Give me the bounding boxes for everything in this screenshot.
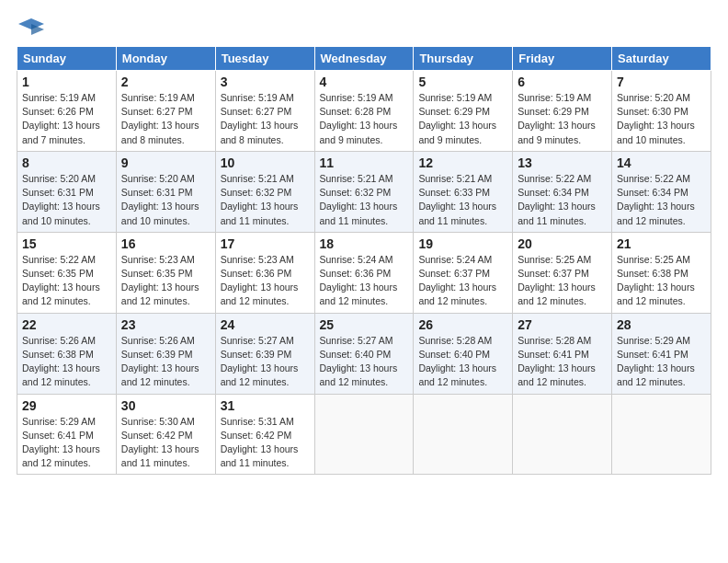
calendar-cell: 17Sunrise: 5:23 AMSunset: 6:36 PMDayligh…: [215, 232, 314, 313]
day-number: 30: [121, 398, 210, 413]
day-info: Sunrise: 5:23 AMSunset: 6:35 PMDaylight:…: [121, 253, 210, 309]
day-number: 23: [121, 317, 210, 332]
calendar-cell: 9Sunrise: 5:20 AMSunset: 6:31 PMDaylight…: [116, 151, 215, 232]
calendar-cell: 25Sunrise: 5:27 AMSunset: 6:40 PMDayligh…: [314, 313, 414, 394]
calendar-cell: 16Sunrise: 5:23 AMSunset: 6:35 PMDayligh…: [116, 232, 215, 313]
calendar-cell: 24Sunrise: 5:27 AMSunset: 6:39 PMDayligh…: [215, 313, 314, 394]
logo: [17, 17, 44, 37]
day-number: 1: [22, 75, 111, 89]
day-number: 5: [418, 75, 507, 89]
day-number: 29: [22, 398, 111, 413]
day-info: Sunrise: 5:29 AMSunset: 6:41 PMDaylight:…: [22, 415, 111, 471]
weekday-header-friday: Friday: [513, 47, 612, 71]
calendar-table: SundayMondayTuesdayWednesdayThursdayFrid…: [17, 46, 711, 475]
day-info: Sunrise: 5:31 AMSunset: 6:42 PMDaylight:…: [221, 415, 310, 471]
week-row-5: 29Sunrise: 5:29 AMSunset: 6:41 PMDayligh…: [17, 394, 711, 475]
weekday-header-thursday: Thursday: [414, 47, 513, 71]
day-number: 19: [418, 236, 507, 251]
day-info: Sunrise: 5:26 AMSunset: 6:39 PMDaylight:…: [121, 334, 210, 390]
calendar-cell: 2Sunrise: 5:19 AMSunset: 6:27 PMDaylight…: [116, 71, 215, 152]
day-info: Sunrise: 5:21 AMSunset: 6:32 PMDaylight:…: [320, 172, 409, 228]
calendar-cell: 1Sunrise: 5:19 AMSunset: 6:26 PMDaylight…: [17, 71, 117, 152]
day-info: Sunrise: 5:19 AMSunset: 6:29 PMDaylight:…: [518, 91, 607, 147]
day-info: Sunrise: 5:28 AMSunset: 6:41 PMDaylight:…: [518, 334, 607, 390]
calendar-cell: 6Sunrise: 5:19 AMSunset: 6:29 PMDaylight…: [513, 71, 612, 152]
day-info: Sunrise: 5:21 AMSunset: 6:32 PMDaylight:…: [221, 172, 310, 228]
day-number: 18: [320, 236, 409, 251]
calendar-cell: 5Sunrise: 5:19 AMSunset: 6:29 PMDaylight…: [414, 71, 513, 152]
day-info: Sunrise: 5:19 AMSunset: 6:26 PMDaylight:…: [22, 91, 111, 147]
calendar-cell: 7Sunrise: 5:20 AMSunset: 6:30 PMDaylight…: [612, 71, 711, 152]
day-info: Sunrise: 5:19 AMSunset: 6:27 PMDaylight:…: [121, 91, 210, 147]
calendar-cell: 10Sunrise: 5:21 AMSunset: 6:32 PMDayligh…: [215, 151, 314, 232]
day-number: 9: [121, 155, 210, 170]
day-number: 22: [22, 317, 111, 332]
calendar-cell: 11Sunrise: 5:21 AMSunset: 6:32 PMDayligh…: [314, 151, 414, 232]
calendar-cell: 23Sunrise: 5:26 AMSunset: 6:39 PMDayligh…: [116, 313, 215, 394]
day-number: 12: [418, 155, 507, 170]
calendar-cell: 13Sunrise: 5:22 AMSunset: 6:34 PMDayligh…: [513, 151, 612, 232]
weekday-header-monday: Monday: [116, 47, 215, 71]
calendar-cell: [513, 394, 612, 475]
calendar-cell: 14Sunrise: 5:22 AMSunset: 6:34 PMDayligh…: [612, 151, 711, 232]
calendar-cell: 31Sunrise: 5:31 AMSunset: 6:42 PMDayligh…: [215, 394, 314, 475]
week-row-3: 15Sunrise: 5:22 AMSunset: 6:35 PMDayligh…: [17, 232, 711, 313]
calendar-cell: 26Sunrise: 5:28 AMSunset: 6:40 PMDayligh…: [414, 313, 513, 394]
day-number: 7: [617, 75, 706, 89]
day-info: Sunrise: 5:30 AMSunset: 6:42 PMDaylight:…: [121, 415, 210, 471]
day-number: 15: [22, 236, 111, 251]
calendar-cell: 12Sunrise: 5:21 AMSunset: 6:33 PMDayligh…: [414, 151, 513, 232]
day-number: 10: [221, 155, 310, 170]
weekday-header-wednesday: Wednesday: [314, 47, 414, 71]
calendar-cell: 4Sunrise: 5:19 AMSunset: 6:28 PMDaylight…: [314, 71, 414, 152]
day-number: 24: [221, 317, 310, 332]
day-number: 14: [617, 155, 706, 170]
day-info: Sunrise: 5:20 AMSunset: 6:31 PMDaylight:…: [121, 172, 210, 228]
day-info: Sunrise: 5:24 AMSunset: 6:36 PMDaylight:…: [320, 253, 409, 309]
day-info: Sunrise: 5:28 AMSunset: 6:40 PMDaylight:…: [418, 334, 507, 390]
day-info: Sunrise: 5:22 AMSunset: 6:34 PMDaylight:…: [617, 172, 706, 228]
day-number: 28: [617, 317, 706, 332]
calendar-cell: 27Sunrise: 5:28 AMSunset: 6:41 PMDayligh…: [513, 313, 612, 394]
day-number: 13: [518, 155, 607, 170]
weekday-header-row: SundayMondayTuesdayWednesdayThursdayFrid…: [17, 47, 711, 71]
calendar-cell: [612, 394, 711, 475]
day-number: 11: [320, 155, 409, 170]
day-info: Sunrise: 5:19 AMSunset: 6:29 PMDaylight:…: [418, 91, 507, 147]
calendar-cell: [414, 394, 513, 475]
day-info: Sunrise: 5:20 AMSunset: 6:30 PMDaylight:…: [617, 91, 706, 147]
calendar-cell: 21Sunrise: 5:25 AMSunset: 6:38 PMDayligh…: [612, 232, 711, 313]
weekday-header-sunday: Sunday: [17, 47, 117, 71]
header: [17, 17, 711, 37]
calendar-cell: 20Sunrise: 5:25 AMSunset: 6:37 PMDayligh…: [513, 232, 612, 313]
day-info: Sunrise: 5:25 AMSunset: 6:38 PMDaylight:…: [617, 253, 706, 309]
weekday-header-saturday: Saturday: [612, 47, 711, 71]
day-info: Sunrise: 5:24 AMSunset: 6:37 PMDaylight:…: [418, 253, 507, 309]
calendar-cell: 3Sunrise: 5:19 AMSunset: 6:27 PMDaylight…: [215, 71, 314, 152]
day-number: 6: [518, 75, 607, 89]
day-number: 25: [320, 317, 409, 332]
calendar-cell: 18Sunrise: 5:24 AMSunset: 6:36 PMDayligh…: [314, 232, 414, 313]
week-row-4: 22Sunrise: 5:26 AMSunset: 6:38 PMDayligh…: [17, 313, 711, 394]
day-number: 31: [221, 398, 310, 413]
day-info: Sunrise: 5:20 AMSunset: 6:31 PMDaylight:…: [22, 172, 111, 228]
day-info: Sunrise: 5:27 AMSunset: 6:39 PMDaylight:…: [221, 334, 310, 390]
calendar-cell: [314, 394, 414, 475]
day-info: Sunrise: 5:19 AMSunset: 6:28 PMDaylight:…: [320, 91, 409, 147]
day-info: Sunrise: 5:27 AMSunset: 6:40 PMDaylight:…: [320, 334, 409, 390]
day-info: Sunrise: 5:22 AMSunset: 6:34 PMDaylight:…: [518, 172, 607, 228]
day-number: 8: [22, 155, 111, 170]
week-row-2: 8Sunrise: 5:20 AMSunset: 6:31 PMDaylight…: [17, 151, 711, 232]
weekday-header-tuesday: Tuesday: [215, 47, 314, 71]
day-number: 2: [121, 75, 210, 89]
day-info: Sunrise: 5:21 AMSunset: 6:33 PMDaylight:…: [418, 172, 507, 228]
calendar-cell: 19Sunrise: 5:24 AMSunset: 6:37 PMDayligh…: [414, 232, 513, 313]
calendar-cell: 29Sunrise: 5:29 AMSunset: 6:41 PMDayligh…: [17, 394, 117, 475]
day-number: 21: [617, 236, 706, 251]
day-info: Sunrise: 5:23 AMSunset: 6:36 PMDaylight:…: [221, 253, 310, 309]
calendar-cell: 22Sunrise: 5:26 AMSunset: 6:38 PMDayligh…: [17, 313, 117, 394]
day-number: 16: [121, 236, 210, 251]
week-row-1: 1Sunrise: 5:19 AMSunset: 6:26 PMDaylight…: [17, 71, 711, 152]
calendar-cell: 15Sunrise: 5:22 AMSunset: 6:35 PMDayligh…: [17, 232, 117, 313]
logo-bird-icon: [18, 17, 44, 37]
